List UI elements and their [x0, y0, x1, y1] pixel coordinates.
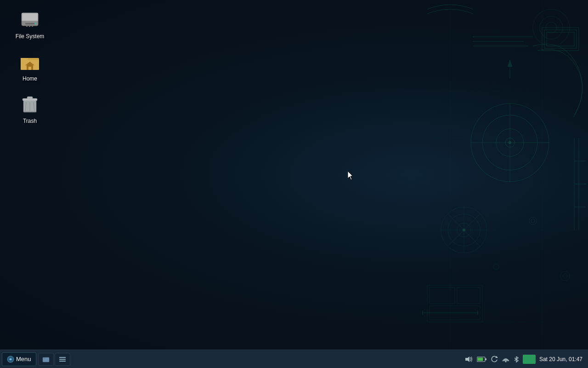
svg-rect-55 — [23, 14, 37, 20]
svg-rect-78 — [59, 361, 66, 362]
svg-marker-79 — [465, 356, 469, 362]
svg-rect-65 — [28, 67, 31, 70]
svg-rect-72 — [23, 111, 36, 112]
bluetooth-icon — [514, 356, 519, 363]
taskbar-app-files[interactable] — [38, 353, 54, 366]
taskbar-apps — [38, 353, 70, 366]
svg-point-84 — [505, 361, 506, 362]
svg-rect-60 — [32, 25, 33, 27]
menu-button[interactable]: Menu — [2, 352, 36, 366]
home-label: Home — [23, 75, 37, 82]
svg-marker-73 — [348, 171, 353, 180]
filesystem-icon-image — [19, 8, 41, 30]
bluetooth-tray-icon[interactable] — [514, 356, 519, 363]
svg-rect-31 — [457, 288, 480, 304]
svg-rect-58 — [26, 25, 28, 27]
volume-icon — [465, 356, 473, 363]
svg-rect-30 — [430, 288, 455, 304]
home-icon-image — [19, 51, 41, 73]
svg-rect-75 — [43, 357, 49, 362]
battery-tray-icon[interactable] — [477, 356, 487, 362]
svg-rect-77 — [59, 359, 66, 360]
svg-point-33 — [509, 141, 511, 144]
desktop-icons-container: File System — [9, 5, 51, 132]
taskbar-clock[interactable]: Sat 20 Jun, 01:47 — [539, 356, 582, 362]
menu-icon — [7, 356, 14, 363]
svg-point-43 — [529, 217, 537, 224]
network-icon — [502, 356, 510, 363]
svg-rect-82 — [477, 357, 483, 361]
svg-rect-56 — [25, 23, 34, 24]
svg-rect-76 — [59, 357, 66, 358]
filesystem-icon[interactable]: File System — [9, 5, 51, 43]
taskbar: Menu — [0, 350, 588, 368]
desktop: File System — [0, 0, 588, 350]
svg-rect-59 — [29, 25, 30, 27]
refresh-tray-icon[interactable] — [491, 356, 498, 363]
svg-point-34 — [463, 229, 465, 231]
menu2-icon — [59, 356, 66, 363]
svg-rect-71 — [27, 97, 33, 99]
filesystem-label: File System — [16, 33, 45, 40]
taskbar-app-menu2[interactable] — [55, 353, 70, 366]
battery-icon — [477, 356, 487, 362]
home-icon[interactable]: Home — [9, 47, 51, 86]
refresh-icon — [491, 356, 498, 363]
workspace-indicator[interactable] — [523, 355, 536, 364]
network-tray-icon[interactable] — [502, 356, 510, 363]
svg-rect-81 — [485, 358, 486, 360]
svg-marker-52 — [508, 60, 512, 67]
svg-point-57 — [34, 23, 36, 24]
menu-label: Menu — [16, 356, 31, 362]
svg-point-44 — [531, 219, 535, 223]
wallpaper-overlay — [404, 0, 588, 350]
trash-icon[interactable]: Trash — [9, 89, 51, 128]
trash-icon-image — [19, 93, 41, 115]
volume-tray-icon[interactable] — [465, 356, 473, 363]
trash-label: Trash — [23, 118, 37, 124]
files-icon — [42, 356, 50, 363]
mouse-cursor — [348, 171, 354, 180]
system-tray: Sat 20 Jun, 01:47 — [461, 355, 586, 364]
